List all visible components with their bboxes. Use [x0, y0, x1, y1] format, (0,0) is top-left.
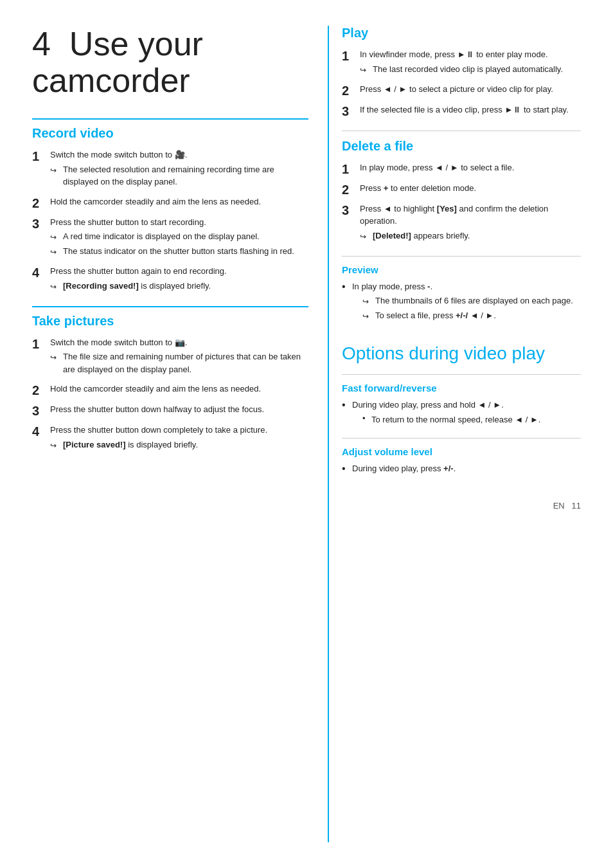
play-step-1: 1 In viewfinder mode, press ►⏸ to enter … [342, 48, 581, 78]
delete-rule [342, 131, 581, 131]
volume-list: • During video play, press +/-. [342, 462, 581, 475]
chapter-number: 4 [32, 25, 51, 62]
play-list: 1 In viewfinder mode, press ►⏸ to enter … [342, 48, 581, 119]
fast-forward-title: Fast forward/reverse [342, 383, 581, 393]
take-step-4: 4 Press the shutter button down complete… [32, 424, 308, 453]
volume-rule [342, 438, 581, 439]
delete-step-2: 2 Press + to enter deletion mode. [342, 182, 581, 197]
chapter-text: Use your camcorder [32, 25, 203, 99]
take-step-3: 3 Press the shutter button down halfway … [32, 403, 308, 419]
record-step-4: 4 Press the shutter button again to end … [32, 265, 308, 294]
record-step-1: 1 Switch the mode switch button to 🎥. ↪T… [32, 149, 308, 190]
take-step-1: 1 Switch the mode switch button to 📷. ↪T… [32, 336, 308, 378]
play-title: Play [342, 26, 581, 41]
options-title: Options during video play [342, 343, 581, 364]
preview-rule [342, 256, 581, 257]
record-step-3: 3 Press the shutter button to start reco… [32, 216, 308, 260]
take-pictures-rule [32, 306, 308, 307]
take-step-2: 2 Hold the camcorder steadily and aim th… [32, 383, 308, 398]
delete-list: 1 In play mode, press ◄ / ► to select a … [342, 161, 581, 244]
record-step-2: 2 Hold the camcorder steadily and aim th… [32, 195, 308, 211]
fast-forward-rule [342, 374, 581, 375]
preview-title: Preview [342, 264, 581, 275]
play-step-3: 3 If the selected file is a video clip, … [342, 104, 581, 119]
footer-page: 11 [572, 501, 581, 511]
volume-bullet-1: • During video play, press +/-. [342, 462, 581, 475]
chapter-title: 4 Use your camcorder [32, 26, 308, 99]
delete-step-3: 3 Press ◄ to highlight [Yes] and confirm… [342, 203, 581, 244]
preview-bullet-1: • In play mode, press -. ↪The thumbnails… [342, 280, 581, 325]
record-video-title: Record video [32, 126, 308, 141]
take-pictures-title: Take pictures [32, 314, 308, 329]
record-video-list: 1 Switch the mode switch button to 🎥. ↪T… [32, 149, 308, 294]
fast-forward-bullet-1: • During video play, press and hold ◄ / … [342, 399, 581, 428]
footer-lang: EN [553, 501, 565, 511]
chapter-header: 4 Use your camcorder [32, 26, 308, 99]
play-step-2: 2 Press ◄ / ► to select a picture or vid… [342, 83, 581, 98]
delete-step-1: 1 In play mode, press ◄ / ► to select a … [342, 161, 581, 177]
fast-forward-list: • During video play, press and hold ◄ / … [342, 399, 581, 428]
preview-list: • In play mode, press -. ↪The thumbnails… [342, 280, 581, 325]
volume-title: Adjust volume level [342, 446, 581, 457]
options-section: Options during video play Fast forward/r… [342, 343, 581, 475]
footer: EN 11 [342, 501, 581, 511]
take-pictures-list: 1 Switch the mode switch button to 📷. ↪T… [32, 336, 308, 453]
record-video-rule [32, 118, 308, 120]
delete-title: Delete a file [342, 139, 581, 154]
